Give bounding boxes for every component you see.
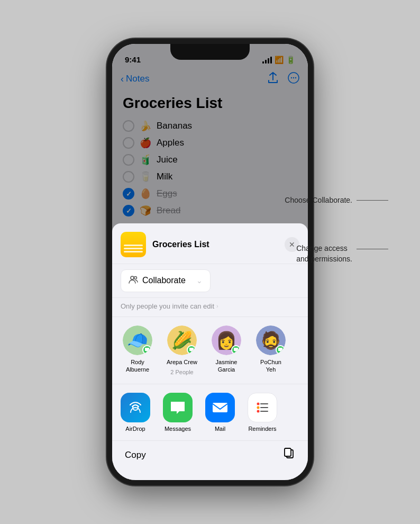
- messages-label: Messages: [165, 426, 191, 432]
- note-icon-line-2: [124, 248, 143, 249]
- note-icon: [121, 232, 146, 257]
- permissions-text: Only people you invite can edit: [121, 302, 214, 310]
- airdrop-label: AirDrop: [125, 426, 145, 432]
- phone-frame: 9:41 📶 🔋 ‹ Notes: [107, 39, 313, 485]
- collaborate-chevron-icon: ⌄: [196, 276, 203, 285]
- permissions-chevron-icon: ›: [216, 303, 218, 309]
- message-badge-jasmine: [231, 345, 241, 355]
- svg-point-10: [257, 406, 260, 409]
- app-airdrop[interactable]: AirDrop: [121, 393, 150, 432]
- svg-rect-7: [213, 403, 227, 412]
- app-reminders[interactable]: Reminders: [248, 393, 277, 432]
- share-sheet: Groceries List ✕: [112, 223, 308, 480]
- contact-sub-arepa: 2 People: [170, 369, 193, 375]
- copy-button[interactable]: Copy: [125, 450, 146, 460]
- note-icon-line-1: [124, 245, 143, 246]
- avatar-jasmine: 👩: [212, 326, 241, 355]
- avatar-arepa: 🌽: [167, 326, 197, 355]
- reminders-icon: [248, 393, 277, 422]
- collaborate-label: Collaborate: [142, 276, 186, 285]
- screen-content: 9:41 📶 🔋 ‹ Notes: [112, 44, 308, 480]
- contact-pochun[interactable]: 🧔 PoChunYeh: [254, 326, 288, 375]
- contact-arepa[interactable]: 🌽 Arepa Crew 2 People: [165, 326, 199, 375]
- contact-name-rody: RodyAlbuerne: [126, 358, 149, 374]
- collaborate-button[interactable]: Collaborate ⌄: [121, 269, 211, 292]
- contacts-row: 🧢 RodyAlbuerne 🌽: [112, 317, 308, 384]
- reminders-label: Reminders: [248, 426, 276, 432]
- mail-label: Mail: [215, 426, 225, 432]
- collaborate-left: Collaborate: [129, 275, 186, 286]
- collaborate-annotation-text: Choose Collaborate.: [285, 196, 352, 204]
- note-icon-line-3: [124, 251, 143, 252]
- messages-icon: [163, 393, 193, 422]
- message-badge-rody: [142, 345, 152, 355]
- svg-point-4: [131, 276, 134, 279]
- message-badge-pochun: [276, 345, 285, 355]
- svg-point-5: [134, 276, 137, 279]
- avatar-pochun: 🧔: [256, 326, 286, 355]
- mail-icon: [205, 393, 235, 422]
- contact-name-pochun: PoChunYeh: [260, 358, 281, 374]
- permissions-row[interactable]: Only people you invite can edit ›: [112, 298, 308, 317]
- message-badge-arepa: [187, 345, 196, 355]
- permissions-annotation-text: Change accessand permissions.: [296, 243, 352, 264]
- note-icon-lines: [124, 245, 143, 254]
- bottom-bar: Copy: [112, 441, 308, 469]
- app-messages[interactable]: Messages: [163, 393, 193, 432]
- share-sheet-header: Groceries List ✕: [112, 223, 308, 264]
- avatar-rody: 🧢: [123, 326, 152, 355]
- svg-point-12: [257, 410, 260, 413]
- app-mail[interactable]: Mail: [205, 393, 235, 432]
- contact-name-jasmine: JasmineGarcia: [216, 358, 238, 374]
- collaborate-icon: [129, 275, 138, 286]
- collaborate-row: Collaborate ⌄: [112, 264, 308, 298]
- svg-point-8: [257, 403, 260, 405]
- airdrop-icon: [121, 393, 150, 422]
- apps-row: AirDrop Messages: [112, 384, 308, 441]
- copy-icon[interactable]: [282, 447, 295, 463]
- svg-rect-15: [285, 448, 291, 456]
- share-sheet-title: Groceries List: [152, 240, 278, 249]
- contact-jasmine[interactable]: 👩 JasmineGarcia: [209, 326, 243, 375]
- contact-rody[interactable]: 🧢 RodyAlbuerne: [121, 326, 154, 375]
- contact-name-arepa: Arepa Crew: [167, 358, 197, 366]
